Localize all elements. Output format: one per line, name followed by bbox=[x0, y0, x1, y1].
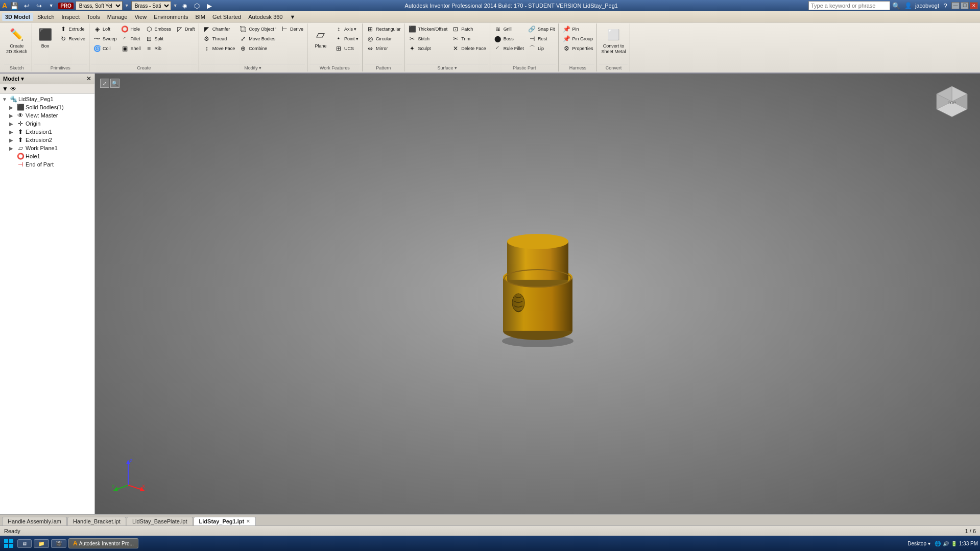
coil-button[interactable]: 🌀 Coil bbox=[91, 44, 118, 53]
windows-start-button[interactable] bbox=[2, 537, 15, 550]
box-button[interactable]: ⬛ Box bbox=[34, 25, 57, 51]
tree-item-work-plane1[interactable]: ▶ ▱ Work Plane1 bbox=[1, 144, 93, 152]
boss-button[interactable]: ⬤ Boss bbox=[492, 34, 525, 43]
tab-handle-assembly[interactable]: Handle Assembly.iam bbox=[2, 517, 67, 525]
pin-button[interactable]: 📌 Pin bbox=[561, 25, 594, 34]
pin-group-button[interactable]: 📌 Pin Group bbox=[561, 34, 594, 43]
ucs-button[interactable]: ⊞ UCS bbox=[333, 44, 360, 53]
search-icon[interactable]: 🔍 bbox=[891, 1, 901, 11]
stitch-button[interactable]: ✂ Stitch bbox=[407, 34, 449, 43]
menu-get-started[interactable]: Get Started bbox=[209, 13, 244, 21]
grill-button[interactable]: ≋ Grill bbox=[492, 25, 525, 34]
derive-button[interactable]: ⊢ Derive bbox=[279, 25, 305, 34]
tree-item-view-master[interactable]: ▶ 👁 View: Master bbox=[1, 111, 93, 119]
menu-sketch[interactable]: Sketch bbox=[34, 13, 58, 21]
circular-button[interactable]: ◎ Circular bbox=[365, 34, 402, 43]
desktop-label[interactable]: Desktop ▾ bbox=[905, 541, 932, 546]
tree-item-lidstay-peg1[interactable]: ▼ 🔩 LidStay_Peg1 bbox=[1, 95, 93, 103]
quick-access-save[interactable]: 💾 bbox=[9, 1, 19, 11]
sidebar-close-icon[interactable]: ✕ bbox=[86, 75, 91, 82]
menu-autodesk-360[interactable]: Autodesk 360 bbox=[245, 13, 285, 21]
tree-item-hole1[interactable]: ▶ ⭕ Hole1 bbox=[1, 152, 93, 160]
axis-button[interactable]: ↕ Axis ▾ bbox=[333, 25, 360, 34]
convert-to-sheet-metal-button[interactable]: ⬜ Convert toSheet Metal bbox=[599, 25, 628, 57]
minimize-button[interactable]: — bbox=[951, 2, 960, 9]
snap-fit-button[interactable]: 🔗 Snap Fit bbox=[527, 25, 557, 34]
nav-controls[interactable]: ⤢ 🔍 bbox=[100, 79, 119, 88]
icon-2[interactable]: ⬡ bbox=[192, 1, 202, 11]
material-dropdown[interactable]: Brass, Soft Yel bbox=[76, 1, 123, 10]
sweep-button[interactable]: 〜 Sweep bbox=[91, 34, 118, 43]
tree-item-origin[interactable]: ▶ ✛ Origin bbox=[1, 119, 93, 128]
trim-button[interactable]: ✂ Trim bbox=[450, 34, 488, 43]
tab-lidstay-baseplate[interactable]: LidStay_BasePlate.ipt bbox=[127, 517, 193, 525]
combine-button[interactable]: ⊕ Combine bbox=[237, 44, 278, 53]
zoom-icon[interactable]: 🔍 bbox=[110, 79, 119, 88]
tab-close-icon[interactable]: ✕ bbox=[246, 519, 250, 524]
chamfer-button[interactable]: ◤ Chamfer bbox=[201, 25, 237, 34]
split-button[interactable]: ⊟ Split bbox=[144, 34, 173, 43]
tree-item-extrusion1[interactable]: ▶ ⬆ Extrusion1 bbox=[1, 128, 93, 136]
plane-button[interactable]: ▱ Plane bbox=[309, 25, 332, 51]
extrude-button[interactable]: ⬆ Extrude bbox=[58, 25, 87, 34]
viewport[interactable]: TOP bbox=[95, 74, 980, 514]
icon-1[interactable]: ◉ bbox=[180, 1, 190, 11]
copy-object-button[interactable]: ⿻ Copy Object ' bbox=[237, 25, 278, 34]
loft-button[interactable]: ◈ Loft bbox=[91, 25, 118, 34]
draft-button[interactable]: ◸ Draft bbox=[174, 25, 197, 34]
menu-inspect[interactable]: Inspect bbox=[59, 13, 83, 21]
rule-fillet-button[interactable]: ◜ Rule Fillet bbox=[492, 44, 525, 53]
taskbar-explorer-button[interactable]: 🖥 bbox=[17, 539, 32, 548]
thread-button[interactable]: ⚙ Thread bbox=[201, 34, 237, 43]
sidebar-header[interactable]: Model ▾ ✕ bbox=[0, 74, 94, 84]
point-button[interactable]: • Point ▾ bbox=[333, 34, 360, 43]
move-bodies-button[interactable]: ⤢ Move Bodies bbox=[237, 34, 278, 43]
taskbar-folder-button[interactable]: 📁 bbox=[34, 539, 49, 548]
tab-handle-bracket[interactable]: Handle_Bracket.ipt bbox=[67, 517, 126, 525]
search-input[interactable] bbox=[808, 1, 890, 10]
menu-bim[interactable]: BIM bbox=[192, 13, 208, 21]
menu-3d-model[interactable]: 3D Model bbox=[2, 13, 33, 21]
tree-item-end-of-part[interactable]: ▶ ⊣ End of Part bbox=[1, 160, 93, 169]
move-face-button[interactable]: ↕ Move Face bbox=[201, 44, 237, 53]
hole-button[interactable]: ⭕ Hole bbox=[119, 25, 142, 34]
delete-face-button[interactable]: ✕ Delete Face bbox=[450, 44, 488, 53]
maximize-button[interactable]: ☐ bbox=[961, 2, 969, 9]
appearance-dropdown-arrow[interactable]: ▼ bbox=[173, 3, 178, 8]
quick-access-redo[interactable]: ↪ bbox=[34, 1, 44, 11]
sculpt-button[interactable]: ✦ Sculpt bbox=[407, 44, 449, 53]
create-2d-sketch-button[interactable]: ✏️ Create2D Sketch bbox=[4, 25, 30, 57]
lip-button[interactable]: ⌒ Lip bbox=[527, 44, 557, 53]
appearance-dropdown[interactable]: Brass - Sati bbox=[131, 1, 171, 10]
help-icon[interactable]: ? bbox=[940, 1, 950, 11]
tree-item-extrusion2[interactable]: ▶ ⬆ Extrusion2 bbox=[1, 136, 93, 144]
patch-button[interactable]: ⊡ Patch bbox=[450, 25, 488, 34]
revolve-button[interactable]: ↻ Revolve bbox=[58, 34, 87, 43]
tab-lidstay-peg1[interactable]: LidStay_Peg1.ipt ✕ bbox=[194, 517, 256, 525]
menu-more[interactable]: ▼ bbox=[287, 13, 299, 21]
menu-tools[interactable]: Tools bbox=[84, 13, 103, 21]
rest-button[interactable]: ⊣ Rest bbox=[527, 34, 557, 43]
quick-access-undo[interactable]: ↩ bbox=[21, 1, 32, 11]
menu-environments[interactable]: Environments bbox=[151, 13, 191, 21]
view-icon[interactable]: 👁 bbox=[10, 85, 16, 92]
icon-3[interactable]: ▶ bbox=[204, 1, 214, 11]
mirror-button[interactable]: ⇔ Mirror bbox=[365, 44, 402, 53]
menu-manage[interactable]: Manage bbox=[104, 13, 131, 21]
thicken-offset-button[interactable]: ⬛ Thicken/Offset bbox=[407, 25, 449, 34]
taskbar-media-button[interactable]: 🎬 bbox=[51, 539, 66, 548]
material-dropdown-arrow[interactable]: ▼ bbox=[125, 3, 129, 8]
shell-button[interactable]: ▣ Shell bbox=[119, 44, 142, 53]
rectangular-button[interactable]: ⊞ Rectangular bbox=[365, 25, 402, 34]
menu-view[interactable]: View bbox=[131, 13, 150, 21]
close-button[interactable]: ✕ bbox=[970, 2, 978, 9]
fillet-button[interactable]: ◜ Fillet bbox=[119, 34, 142, 43]
filter-icon[interactable]: ▼ bbox=[2, 85, 8, 92]
rib-button[interactable]: ≡ Rib bbox=[144, 44, 173, 53]
properties-button[interactable]: ⚙ Properties bbox=[561, 44, 594, 53]
viewcube[interactable]: TOP bbox=[934, 84, 970, 119]
quick-access-dropdown[interactable]: ▼ bbox=[46, 1, 56, 11]
tree-item-solid-bodies[interactable]: ▶ ⬛ Solid Bodies(1) bbox=[1, 103, 93, 111]
taskbar-inventor-button[interactable]: A Autodesk Inventor Pro... bbox=[68, 538, 138, 548]
emboss-button[interactable]: ⬡ Emboss bbox=[144, 25, 173, 34]
